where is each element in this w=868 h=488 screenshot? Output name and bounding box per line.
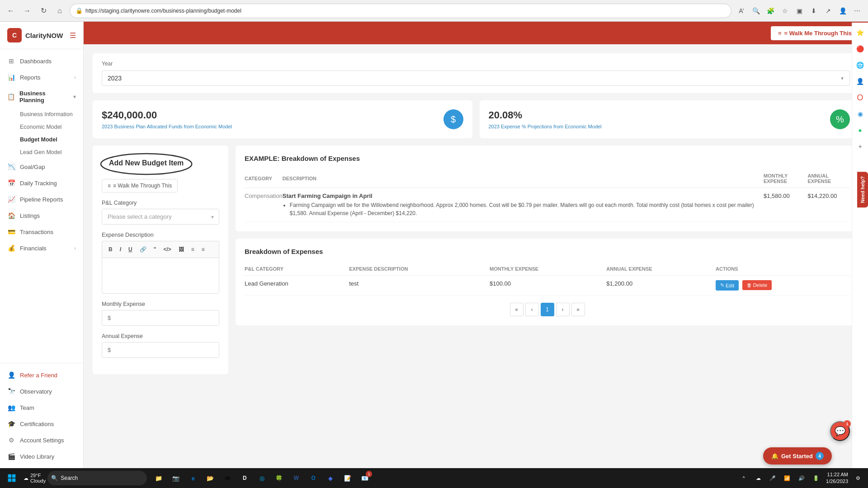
top-red-bar: ≡ ≡ Walk Me Through This bbox=[84, 22, 868, 44]
walk-me-through-button[interactable]: ≡ ≡ Walk Me Through This bbox=[771, 26, 859, 40]
profile-button[interactable]: 👤 bbox=[836, 5, 849, 17]
editor-unordered-list-btn[interactable]: ≡ bbox=[199, 245, 208, 254]
rs-icon-3[interactable]: 🌐 bbox=[853, 58, 868, 72]
sidebar-item-video-library[interactable]: 🎬 Video Library bbox=[0, 448, 83, 465]
breakdown-row-actions: ✎ Edit 🗑 Delete bbox=[716, 276, 850, 296]
taskbar-volume-icon[interactable]: 🔊 bbox=[795, 472, 808, 484]
sidebar-logo: C ClarityNOW ☰ bbox=[0, 22, 83, 49]
monthly-expense-input[interactable] bbox=[102, 310, 219, 326]
favorites-button[interactable]: ☆ bbox=[778, 5, 791, 17]
sidebar-item-transactions[interactable]: 💳 Transactions bbox=[0, 224, 83, 240]
taskbar-icon-clover[interactable]: 🍀 bbox=[271, 470, 287, 486]
taskbar-cloud-icon[interactable]: ☁ bbox=[752, 472, 764, 484]
delete-button[interactable]: 🗑 Delete bbox=[742, 280, 772, 290]
sidebar-item-certifications[interactable]: 🎓 Certifications bbox=[0, 416, 83, 432]
taskbar-icon-circle[interactable]: ◎ bbox=[254, 470, 270, 486]
need-help-button[interactable]: Need help? bbox=[857, 172, 868, 207]
pl-category-select[interactable]: Please select a category bbox=[102, 209, 219, 225]
sidebar-sub-budget-model[interactable]: Budget Model bbox=[0, 133, 83, 146]
taskbar-settings-icon[interactable]: ⚙ bbox=[852, 472, 864, 484]
search-button[interactable]: 🔍 bbox=[750, 5, 762, 17]
sidebar-item-observatory[interactable]: 🔭 Observatory bbox=[0, 383, 83, 399]
example-bullet-0: Farming Campaign will be for the Willowb… bbox=[290, 201, 764, 217]
editor-italic-btn[interactable]: I bbox=[117, 245, 124, 254]
taskbar-mic-icon[interactable]: 🎤 bbox=[766, 472, 779, 484]
rs-icon-5[interactable]: O bbox=[853, 90, 868, 105]
editor-bold-btn[interactable]: B bbox=[106, 245, 115, 254]
taskbar-chevron-icon[interactable]: ^ bbox=[737, 472, 750, 484]
edit-button[interactable]: ✎ Edit bbox=[716, 280, 739, 291]
download-button[interactable]: ⬇ bbox=[807, 5, 820, 17]
translate-button[interactable]: A’ bbox=[735, 5, 748, 17]
taskbar-icon-blue-app[interactable]: ◆ bbox=[322, 470, 339, 486]
rs-icon-8[interactable]: + bbox=[853, 139, 868, 154]
editor-area[interactable] bbox=[102, 258, 219, 294]
taskbar-icon-notepad[interactable]: 📝 bbox=[340, 470, 356, 486]
sidebar-item-reports[interactable]: 📊 Reports › bbox=[0, 69, 83, 85]
taskbar-icon-dell[interactable]: D bbox=[236, 470, 253, 486]
sidebar-item-financials[interactable]: 💰 Financials › bbox=[0, 240, 83, 256]
editor-code-btn[interactable]: </> bbox=[160, 245, 174, 254]
taskbar-icon-outlook[interactable]: O bbox=[305, 470, 321, 486]
refresh-button[interactable]: ↻ bbox=[37, 5, 50, 17]
extension-button[interactable]: 🧩 bbox=[764, 5, 777, 17]
monthly-expense-label: Monthly Expense bbox=[102, 301, 219, 307]
sidebar-item-team[interactable]: 👥 Team bbox=[0, 399, 83, 416]
page-1-button[interactable]: 1 bbox=[541, 303, 554, 316]
editor-ordered-list-btn[interactable]: ≡ bbox=[189, 245, 197, 254]
taskbar-wifi-icon[interactable]: 📶 bbox=[781, 472, 793, 484]
start-button[interactable] bbox=[4, 470, 20, 486]
taskbar-icon-word[interactable]: W bbox=[288, 470, 304, 486]
sidebar-item-dashboards[interactable]: ⊞ Dashboards bbox=[0, 53, 83, 69]
taskbar-search[interactable]: 🔍 Search bbox=[47, 471, 147, 485]
editor-image-btn[interactable]: 🖼 bbox=[176, 245, 187, 254]
share-button[interactable]: ↗ bbox=[822, 5, 835, 17]
back-button[interactable]: ← bbox=[5, 5, 17, 17]
rs-icon-7[interactable]: ● bbox=[853, 123, 868, 137]
rs-icon-1[interactable]: ⭐ bbox=[853, 25, 868, 40]
sidebar-sub-lead-gen-model[interactable]: Lead Gen Model bbox=[0, 146, 83, 159]
address-bar[interactable]: 🔒 https://staging.claritynowre.com/busin… bbox=[70, 4, 731, 18]
home-button[interactable]: ⌂ bbox=[53, 5, 66, 17]
sidebar-item-pipeline-reports[interactable]: 📈 Pipeline Reports bbox=[0, 191, 83, 207]
forward-button[interactable]: → bbox=[21, 5, 33, 17]
sidebar-item-daily-tracking[interactable]: 📅 Daily Tracking bbox=[0, 175, 83, 191]
annual-expense-input[interactable] bbox=[102, 342, 219, 358]
year-select[interactable]: 2023 2022 2024 bbox=[102, 70, 850, 86]
sidebar-item-account-settings[interactable]: ⚙ Account Settings bbox=[0, 432, 83, 448]
video-library-label: Video Library bbox=[20, 453, 54, 460]
sidebar-item-business-planning[interactable]: 📋 Business Planning ▾ bbox=[0, 85, 83, 108]
more-button[interactable]: ⋯ bbox=[851, 5, 863, 17]
page-prev-button[interactable]: ‹ bbox=[525, 303, 539, 316]
breakdown-row-category: Lead Generation bbox=[245, 276, 349, 296]
editor-underline-btn[interactable]: U bbox=[126, 245, 135, 254]
breakdown-col-monthly: MONTHLY EXPENSE bbox=[490, 263, 606, 276]
sidebar-item-refer-friend[interactable]: 👤 Refer a Friend bbox=[0, 367, 83, 383]
editor-quote-btn[interactable]: " bbox=[151, 245, 159, 254]
sidebar-item-listings[interactable]: 🏠 Listings bbox=[0, 207, 83, 224]
rs-icon-4[interactable]: 👤 bbox=[853, 74, 868, 89]
sidebar-item-goal-gap[interactable]: 📉 Goal/Gap bbox=[0, 159, 83, 175]
page-next-button[interactable]: › bbox=[556, 303, 570, 316]
get-started-button[interactable]: 🔔 Get Started 4 bbox=[763, 447, 832, 465]
taskbar-icon-edge[interactable]: e bbox=[185, 470, 201, 486]
hamburger-icon[interactable]: ☰ bbox=[70, 31, 76, 40]
taskbar-icon-explorer[interactable]: 📁 bbox=[151, 470, 167, 486]
sidebar-sub-economic-model[interactable]: Economic Model bbox=[0, 121, 83, 133]
taskbar-icon-mail[interactable]: ✉ bbox=[219, 470, 236, 486]
rs-icon-6[interactable]: ◉ bbox=[853, 107, 868, 121]
taskbar-icon-folder[interactable]: 📂 bbox=[202, 470, 218, 486]
sidebar-sub-business-information[interactable]: Business Information bbox=[0, 108, 83, 121]
taskbar-battery-icon[interactable]: 🔋 bbox=[810, 472, 822, 484]
page-last-button[interactable]: » bbox=[571, 303, 585, 316]
listings-label: Listings bbox=[20, 212, 40, 219]
page-first-button[interactable]: « bbox=[510, 303, 524, 316]
collections-button[interactable]: ▣ bbox=[793, 5, 806, 17]
rs-icon-2[interactable]: 🔴 bbox=[853, 42, 868, 56]
taskbar-icon-camera[interactable]: 📷 bbox=[168, 470, 184, 486]
browser-chrome: ← → ↻ ⌂ 🔒 https://staging.claritynowre.c… bbox=[0, 0, 868, 22]
chat-button[interactable]: 💬 1 bbox=[830, 421, 850, 441]
editor-link-btn[interactable]: 🔗 bbox=[137, 245, 149, 254]
taskbar-icon-mail2[interactable]: 📧 1 bbox=[357, 470, 373, 486]
walk-me-through-small-button[interactable]: ≡ ≡ Walk Me Through This bbox=[102, 179, 178, 192]
